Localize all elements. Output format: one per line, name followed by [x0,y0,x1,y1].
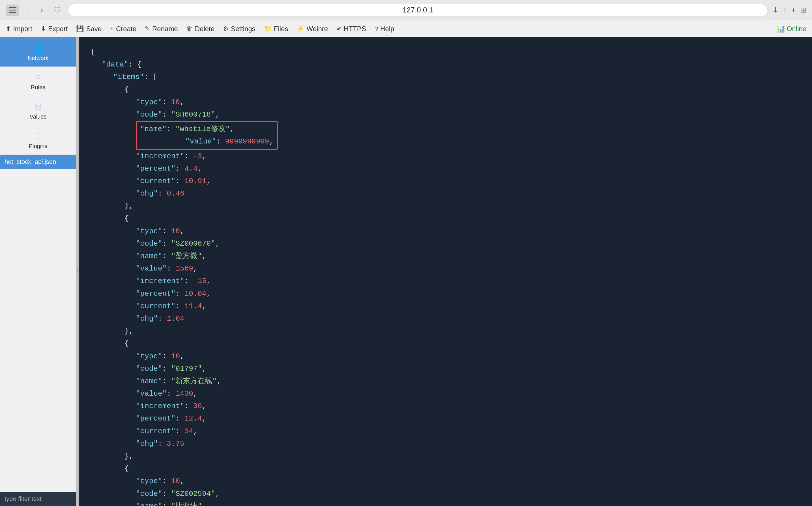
sidebar-item-values[interactable]: ⊞ Values [0,96,76,125]
url-text: 127.0.0.1 [402,6,433,14]
save-icon: 💾 [76,25,84,32]
browser-bar: ‹ › 🛡 127.0.0.1 ⬇ ↑ + ⊞ [0,0,812,20]
settings-label: Settings [231,25,256,33]
save-button[interactable]: 💾 Save [76,25,102,33]
https-button[interactable]: ✔ HTTPS [336,25,366,33]
rename-label: Rename [152,25,178,33]
values-label: Values [30,113,47,120]
forward-button[interactable]: › [36,5,48,16]
weinre-button[interactable]: ⚡ Weinre [296,25,328,33]
sidebar-toggle-button[interactable] [6,5,19,16]
sidebar-item-rules[interactable]: ≡ Rules [0,67,76,96]
file-item-selected[interactable]: hot_stock_api.json [0,155,76,169]
shield-icon: 🛡 [52,5,63,16]
create-icon: + [110,25,114,32]
rename-icon: ✎ [145,25,150,32]
svg-rect-0 [9,7,16,8]
filter-placeholder: type filter text [5,495,41,502]
browser-right-controls: ⬇ ↑ + ⊞ [773,6,806,14]
online-label: Online [787,25,806,33]
address-bar[interactable]: 127.0.0.1 [68,4,768,16]
https-label: HTTPS [344,25,366,33]
sidebar: 🌐 Network ≡ Rules ⊞ Values ⬡ Plugins hot… [0,37,76,506]
files-button[interactable]: 📁 Files [264,25,288,33]
resize-dots [77,269,78,274]
plugins-label: Plugins [29,143,48,149]
values-icon: ⊞ [34,101,42,112]
resize-dot-1 [77,269,78,270]
download-icon[interactable]: ⬇ [773,6,779,14]
files-label: Files [274,25,288,33]
plugins-icon: ⬡ [34,131,42,141]
help-label: Help [380,25,394,33]
json-content[interactable]: { "data": { "items": [ { "type": 10, "co… [79,37,812,506]
online-chart-icon: 📊 [777,25,785,33]
import-label: Import [13,25,32,33]
svg-rect-2 [9,12,16,13]
new-tab-icon[interactable]: + [791,6,796,14]
files-icon: 📁 [264,25,272,32]
resize-handle[interactable] [76,37,79,506]
settings-icon: ⚙ [223,25,229,32]
resize-dot-3 [77,273,78,274]
rules-label: Rules [31,84,45,91]
online-status: 📊 Online [777,25,806,33]
browser-controls: ‹ › [6,5,48,16]
help-icon: ? [375,25,378,32]
back-button[interactable]: ‹ [22,5,33,16]
help-button[interactable]: ? Help [375,25,394,33]
settings-button[interactable]: ⚙ Settings [223,25,256,33]
toolbar: ⬆ Import ⬇ Export 💾 Save + Create ✎ Rena… [0,20,812,37]
rules-icon: ≡ [35,72,41,82]
weinre-label: Weinre [306,25,328,33]
network-icon: 🌐 [32,43,44,53]
export-icon: ⬇ [41,25,46,32]
https-icon: ✔ [336,25,342,32]
delete-icon: 🗑 [186,25,193,32]
create-label: Create [116,25,137,33]
filter-input[interactable]: type filter text [0,492,76,506]
export-label: Export [48,25,68,33]
weinre-icon: ⚡ [296,25,304,32]
rename-button[interactable]: ✎ Rename [145,25,178,33]
resize-dot-2 [77,271,78,272]
file-name: hot_stock_api.json [5,158,56,165]
svg-rect-1 [9,10,16,10]
export-button[interactable]: ⬇ Export [41,25,68,33]
grid-icon[interactable]: ⊞ [800,6,806,14]
share-icon[interactable]: ↑ [783,6,787,14]
delete-button[interactable]: 🗑 Delete [186,25,214,33]
delete-label: Delete [195,25,214,33]
save-label: Save [86,25,102,33]
main-layout: 🌐 Network ≡ Rules ⊞ Values ⬡ Plugins hot… [0,37,812,506]
import-button[interactable]: ⬆ Import [6,25,32,33]
file-list: hot_stock_api.json [0,155,76,492]
sidebar-item-plugins[interactable]: ⬡ Plugins [0,125,76,155]
import-icon: ⬆ [6,25,11,32]
network-label: Network [28,55,49,62]
create-button[interactable]: + Create [110,25,137,33]
sidebar-item-network[interactable]: 🌐 Network [0,37,76,67]
